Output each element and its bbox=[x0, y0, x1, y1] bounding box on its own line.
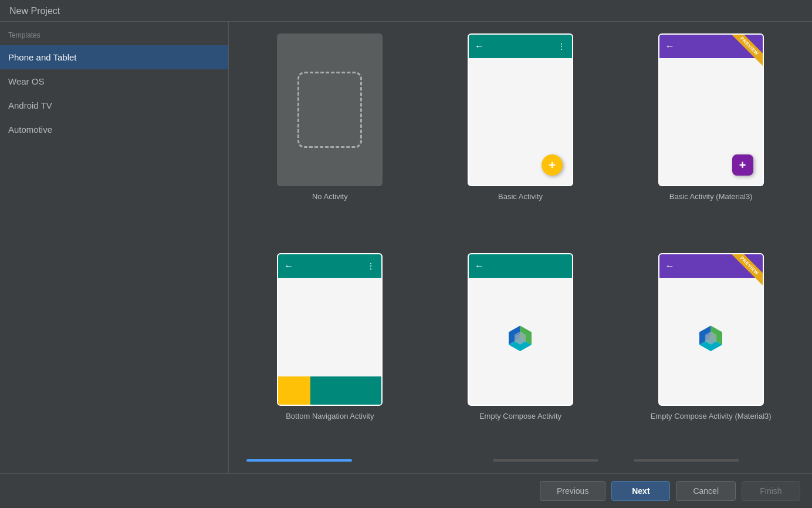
preview-ribbon-m3: PREVIEW bbox=[722, 35, 763, 76]
overflow-icon: ⋮ bbox=[557, 42, 566, 51]
no-activity-label: No Activity bbox=[312, 192, 348, 201]
bottom-nav-preview: ← ⋮ bbox=[277, 253, 383, 406]
template-grid: No Activity ← ⋮ + Basic Activity bbox=[246, 33, 794, 455]
bottom-nav-label: Bottom Navigation Activity bbox=[286, 412, 374, 420]
content-area: Templates Phone and Tablet Wear OS Andro… bbox=[0, 22, 812, 473]
back-icon-m3: ← bbox=[665, 41, 675, 52]
cancel-button[interactable]: Cancel bbox=[676, 481, 736, 501]
back-icon: ← bbox=[475, 41, 484, 52]
new-project-dialog: New Project Templates Phone and Tablet W… bbox=[0, 0, 812, 508]
empty-compose-m3-label: Empty Compose Activity (Material3) bbox=[651, 412, 772, 420]
finish-button[interactable]: Finish bbox=[742, 481, 800, 501]
basic-activity-m3-body: + bbox=[659, 58, 763, 185]
previous-button[interactable]: Previous bbox=[540, 481, 605, 501]
compose-m3-logo bbox=[692, 322, 730, 360]
bottom-nav-bar bbox=[278, 376, 381, 405]
fab-button: + bbox=[542, 154, 563, 176]
no-activity-preview bbox=[277, 33, 383, 186]
basic-activity-body: + bbox=[469, 58, 572, 185]
sidebar-item-phone-tablet[interactable]: Phone and Tablet bbox=[0, 45, 228, 69]
next-button[interactable]: Next bbox=[611, 481, 670, 501]
title-bar: New Project bbox=[0, 0, 812, 22]
preview-ribbon-compose-m3: PREVIEW bbox=[722, 254, 763, 295]
sidebar-item-wear-os[interactable]: Wear OS bbox=[0, 69, 228, 93]
template-card-no-activity[interactable]: No Activity bbox=[246, 33, 414, 236]
compose-body bbox=[469, 278, 572, 405]
basic-activity-m3-label: Basic Activity (Material3) bbox=[669, 192, 753, 201]
back-icon-bn: ← bbox=[284, 261, 293, 271]
dashed-rect bbox=[297, 72, 362, 148]
fab-m3-button: + bbox=[732, 154, 753, 176]
scroll-indicator-3 bbox=[634, 459, 739, 462]
compose-m3-body bbox=[659, 278, 763, 405]
preview-ribbon-compose-m3-label: PREVIEW bbox=[730, 254, 763, 285]
scroll-indicator-1 bbox=[246, 459, 352, 462]
dialog-title: New Project bbox=[9, 6, 803, 16]
overflow-icon-bn: ⋮ bbox=[367, 261, 375, 271]
template-card-basic-activity-m3[interactable]: ← ⋮ + PREVIEW Basic Activity (Material3) bbox=[627, 33, 794, 236]
bottom-nav-highlight bbox=[278, 376, 310, 405]
basic-activity-appbar: ← ⋮ bbox=[469, 35, 572, 58]
sidebar-item-automotive[interactable]: Automotive bbox=[0, 117, 228, 142]
footer: Previous Next Cancel Finish bbox=[0, 473, 812, 508]
empty-compose-preview: ← bbox=[468, 253, 573, 406]
empty-compose-m3-preview: ← PR bbox=[658, 253, 764, 406]
sidebar-section-label: Templates bbox=[0, 29, 228, 45]
sidebar: Templates Phone and Tablet Wear OS Andro… bbox=[0, 22, 229, 473]
template-card-empty-compose[interactable]: ← bbox=[437, 253, 604, 455]
back-icon-compose: ← bbox=[475, 261, 484, 271]
bottom-nav-rest bbox=[310, 376, 381, 405]
preview-ribbon-label: PREVIEW bbox=[730, 35, 763, 66]
template-card-empty-compose-m3[interactable]: ← PR bbox=[627, 253, 794, 455]
compose-appbar: ← bbox=[469, 254, 572, 278]
bottom-nav-appbar: ← ⋮ bbox=[278, 254, 381, 278]
template-card-basic-activity[interactable]: ← ⋮ + Basic Activity bbox=[437, 33, 604, 236]
empty-compose-label: Empty Compose Activity bbox=[479, 412, 561, 420]
basic-activity-preview: ← ⋮ + bbox=[468, 33, 573, 186]
template-card-bottom-nav[interactable]: ← ⋮ Bottom Navigation Activity bbox=[246, 253, 414, 455]
back-icon-compose-m3: ← bbox=[665, 261, 675, 271]
bottom-nav-body bbox=[278, 278, 381, 376]
scroll-indicator-2 bbox=[493, 459, 598, 462]
main-content: No Activity ← ⋮ + Basic Activity bbox=[229, 22, 812, 473]
compose-logo bbox=[501, 322, 539, 360]
scroll-indicators bbox=[246, 459, 794, 462]
basic-activity-label: Basic Activity bbox=[498, 192, 543, 201]
basic-activity-m3-preview: ← ⋮ + PREVIEW bbox=[658, 33, 764, 186]
sidebar-item-android-tv[interactable]: Android TV bbox=[0, 93, 228, 117]
